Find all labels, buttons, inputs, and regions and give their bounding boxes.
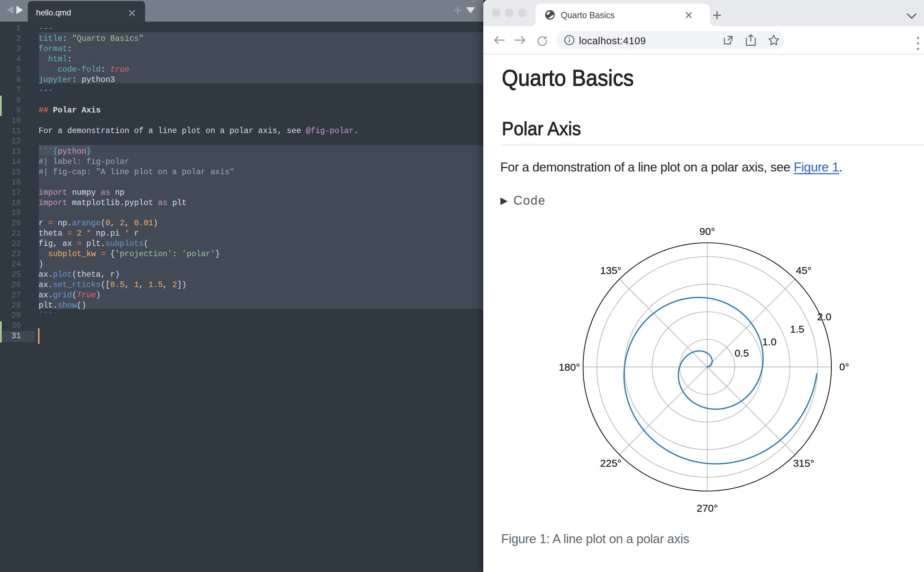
svg-text:270°: 270° — [697, 502, 718, 514]
svg-text:315°: 315° — [793, 457, 814, 469]
svg-text:45°: 45° — [796, 265, 812, 276]
svg-text:225°: 225° — [600, 457, 622, 469]
svg-text:0°: 0° — [839, 361, 849, 372]
svg-text:90°: 90° — [699, 225, 715, 237]
svg-text:135°: 135° — [600, 265, 622, 276]
svg-text:1.0: 1.0 — [762, 336, 776, 347]
svg-text:0.5: 0.5 — [735, 347, 749, 359]
svg-text:1.5: 1.5 — [790, 323, 804, 335]
svg-text:180°: 180° — [559, 361, 580, 373]
svg-text:2.0: 2.0 — [817, 311, 831, 322]
